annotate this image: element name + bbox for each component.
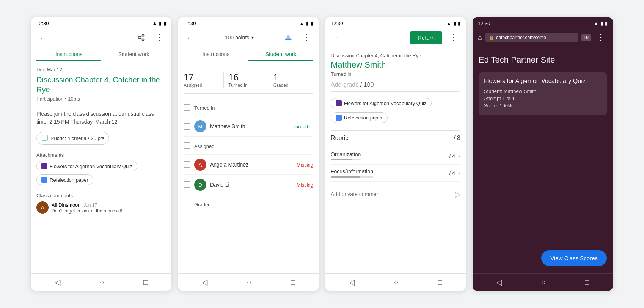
section-header-turned-in: Turned in: [184, 98, 313, 116]
org-chevron-icon: ›: [458, 152, 460, 160]
student-row-matthew[interactable]: M Matthew Smith Turned in: [184, 116, 313, 137]
tab-student-work-1[interactable]: Student work: [101, 47, 166, 61]
assignment-title-1: Discussion Chapter 4, Catcher in the Rye: [36, 75, 166, 94]
checkbox-matthew[interactable]: [184, 123, 190, 130]
toolbar-right-2: ⋮: [281, 31, 313, 44]
back-button-1[interactable]: ←: [36, 31, 50, 44]
toolbar-right-1: ⋮: [134, 31, 166, 44]
attempt-label-4: Attempt 1 of 1: [484, 96, 602, 101]
url-text-4: edtechpartner.com/conte: [496, 35, 546, 40]
private-comment-input-3[interactable]: [331, 191, 455, 197]
comment-row-1: A Ali Dinsmoor Jun 17 Don't forget to lo…: [36, 201, 166, 214]
lock-icon-4: 🔒: [489, 35, 494, 40]
nav-home-3[interactable]: ○: [394, 278, 398, 287]
wifi-icon-2: ▲: [299, 20, 304, 26]
signal-icon-3: ▮: [453, 20, 456, 26]
doc-icon-1: [41, 177, 47, 183]
tab-instructions-2[interactable]: Instructions: [184, 47, 248, 61]
org-bar-container: [331, 159, 361, 160]
tab-count-4[interactable]: 19: [581, 34, 591, 41]
nav-back-2[interactable]: ◁: [202, 278, 207, 287]
student-name-david: David Li: [210, 182, 293, 188]
student-row-angela[interactable]: A Angela Martinez Missing: [184, 155, 313, 175]
nav-square-4[interactable]: □: [585, 278, 589, 287]
send-icon-3[interactable]: ▷: [455, 190, 460, 199]
rubric-focus-right: / 4 ›: [449, 169, 460, 177]
rubric-chip-1[interactable]: Rubric: 4 criteria • 25 pts: [36, 132, 109, 145]
more-button-2[interactable]: ⋮: [300, 31, 313, 44]
attachment2-chip-3[interactable]: Refelection paper: [331, 112, 388, 123]
web-content-4: Ed Tech Partner Site Flowers for Algerno…: [473, 47, 613, 273]
turned-in-3: Turned in: [331, 71, 460, 77]
return-button-3[interactable]: Return: [410, 31, 442, 44]
url-bar-4[interactable]: 🔒 edtechpartner.com/conte: [485, 33, 578, 42]
points-chip-2[interactable]: 100 points ▾: [225, 35, 254, 41]
content-2: 17 Assigned 16 Turned in 1 Graded Turned…: [178, 61, 319, 273]
avatar-david: D: [194, 179, 206, 191]
grade-max-3: / 100: [360, 82, 374, 88]
rubric-org-row[interactable]: Organization / 4 ›: [331, 148, 460, 165]
nav-home-1[interactable]: ○: [99, 278, 104, 287]
class-comments-label-1: Class comments: [36, 193, 166, 198]
drive-button-2[interactable]: [281, 31, 295, 44]
checkbox-section-assigned[interactable]: [184, 142, 190, 149]
battery-icon-3: ▮: [458, 20, 460, 26]
nav-back-3[interactable]: ◁: [349, 278, 355, 287]
nav-square-2[interactable]: □: [291, 278, 295, 287]
attachment1-chip-3[interactable]: Flowers for Algernon Vocabulary Quiz: [331, 98, 432, 108]
focus-bar-container: [331, 176, 373, 178]
student-label-4: Student: Matthew Smith: [484, 88, 602, 94]
checkbox-section-turned-in[interactable]: [184, 104, 190, 111]
title-divider-1: [36, 105, 166, 105]
back-button-2[interactable]: ←: [184, 31, 197, 44]
checkbox-angela[interactable]: [184, 161, 190, 168]
nav-back-1[interactable]: ◁: [55, 278, 60, 287]
signal-icon-4: ▮: [600, 20, 603, 26]
nav-home-4[interactable]: ○: [541, 278, 545, 287]
back-button-3[interactable]: ←: [331, 31, 344, 44]
stat-graded-label-2: Graded: [273, 83, 309, 88]
student-row-david[interactable]: D David Li Missing: [184, 175, 313, 195]
view-scores-button-4[interactable]: View Class Scores: [541, 250, 607, 266]
nav-square-3[interactable]: □: [438, 278, 442, 287]
wifi-icon-1: ▲: [152, 20, 157, 26]
vocab-icon-1: [41, 163, 47, 169]
attachment2-chip-1[interactable]: Refelection paper: [36, 174, 93, 185]
wifi-icon-3: ▲: [446, 20, 451, 26]
share-button-1[interactable]: [134, 31, 148, 44]
points-caret-icon: ▾: [251, 35, 254, 40]
focus-score-3: / 4: [449, 170, 455, 176]
nav-back-4[interactable]: ◁: [496, 278, 502, 287]
site-title-4: Ed Tech Partner Site: [479, 55, 607, 65]
attachment1-chip-1[interactable]: Flowers for Algernon Vocabulary Quiz: [36, 161, 137, 171]
checkbox-section-graded[interactable]: [184, 201, 190, 207]
tab-student-work-2[interactable]: Student work: [248, 47, 313, 61]
more-button-4[interactable]: ⋮: [594, 31, 608, 44]
battery-icon-2: ▮: [311, 20, 313, 26]
avatar-angela: A: [194, 159, 206, 171]
stat-assigned-num-2: 17: [184, 72, 219, 83]
attachments-label-1: Attachments: [36, 152, 166, 158]
private-comment-row-3: ▷: [331, 185, 460, 203]
tab-instructions-1[interactable]: Instructions: [36, 47, 101, 61]
grade-placeholder-3[interactable]: Add grade: [331, 82, 359, 88]
points-label-2: 100 points: [225, 35, 250, 41]
nav-square-1[interactable]: □: [143, 278, 148, 287]
home-icon-4[interactable]: ⌂: [478, 34, 482, 42]
attachment2-label-3: Refelection paper: [344, 115, 383, 121]
rubric-focus-row[interactable]: Focus/Information / 4 ›: [331, 165, 460, 182]
status-icons-3: ▲ ▮ ▮: [446, 20, 460, 26]
time-2: 12:30: [184, 20, 196, 26]
checkbox-david[interactable]: [184, 181, 190, 188]
stat-graded-num-2: 1: [273, 72, 309, 83]
more-button-3[interactable]: ⋮: [447, 31, 460, 44]
svg-line-3: [140, 38, 142, 39]
more-button-1[interactable]: ⋮: [152, 31, 166, 44]
time-1: 12:30: [36, 20, 49, 26]
focus-chevron-icon: ›: [458, 169, 460, 177]
assignment-desc-1: Please join the class discussion at our …: [36, 110, 166, 126]
nav-bar-3: ◁ ○ □: [325, 273, 466, 291]
nav-home-2[interactable]: ○: [247, 278, 251, 287]
stat-assigned-label-2: Assigned: [184, 83, 219, 88]
toolbar-left-2: ←: [184, 31, 197, 44]
